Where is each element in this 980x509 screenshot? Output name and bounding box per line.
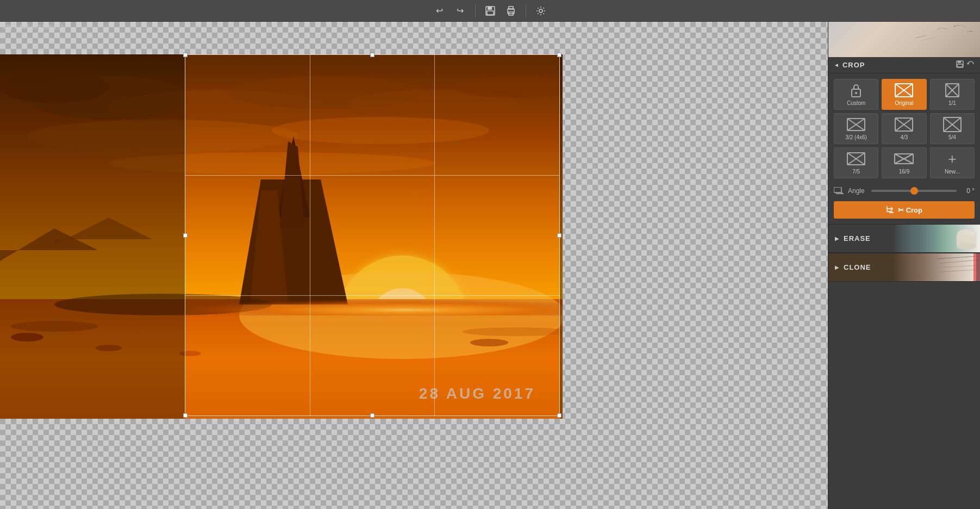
ratio-btn-4-3[interactable]: 4/3 [882, 113, 926, 144]
ratio-btn-custom[interactable]: Custom [834, 79, 878, 110]
crop-panel-triangle: ◄ [834, 62, 839, 68]
svg-rect-41 [957, 64, 963, 67]
clone-section[interactable]: ▶ CLONE [828, 253, 980, 282]
ratio-5-4-icon [942, 117, 962, 132]
ratio-4-3-label: 4/3 [901, 134, 908, 140]
ratio-new-label: New... [945, 169, 960, 175]
crop-panel-header[interactable]: ◄ CROP [828, 57, 980, 73]
svg-rect-35 [0, 54, 563, 419]
save-button[interactable] [482, 3, 498, 19]
angle-icon [834, 187, 844, 195]
crop-apply-label: ✂ Crop [898, 206, 922, 214]
erase-arrow: ▶ [835, 235, 839, 241]
thumbnail-strip [828, 22, 980, 57]
angle-label: Angle [848, 187, 867, 195]
svg-rect-38 [828, 22, 980, 57]
separator-2 [526, 4, 526, 17]
print-button[interactable] [503, 3, 519, 19]
separator-1 [475, 4, 476, 17]
svg-line-37 [920, 37, 937, 41]
canvas-area: 538 × 344 px | 269:172 [0, 22, 828, 509]
toolbar: ↩ ↪ [0, 0, 980, 22]
ratio-1-1-icon [942, 83, 962, 98]
crop-reset-icon[interactable] [967, 60, 975, 70]
svg-line-36 [915, 35, 926, 38]
settings-button[interactable] [533, 3, 549, 19]
panel-scroll: Custom Original [828, 73, 980, 509]
date-watermark: 28 AUG 2017 [419, 385, 535, 402]
main-area: 538 × 344 px | 269:172 [0, 22, 980, 509]
crop-panel-title: CROP [842, 61, 953, 69]
svg-rect-2 [487, 11, 494, 15]
ratio-btn-7-5[interactable]: 7/5 [834, 147, 878, 178]
ratio-btn-16-9[interactable]: 16/9 [882, 147, 926, 178]
original-label: Original [895, 100, 913, 106]
ratio-btn-3-2[interactable]: 3/2 (4x6) [834, 113, 878, 144]
undo-button[interactable]: ↩ [432, 3, 448, 19]
clone-label: CLONE [844, 263, 973, 271]
ratio-4-3-icon [894, 117, 914, 132]
ratio-new-icon: + [942, 151, 962, 166]
ratio-5-4-label: 5/4 [948, 134, 956, 140]
svg-rect-80 [976, 253, 980, 281]
clone-arrow: ▶ [835, 264, 839, 270]
svg-rect-65 [834, 187, 841, 193]
svg-point-6 [539, 9, 542, 13]
ratio-7-5-label: 7/5 [852, 169, 860, 175]
svg-point-43 [855, 92, 857, 94]
photo-image [0, 54, 563, 419]
erase-section[interactable]: ▶ ERASE [828, 225, 980, 253]
ratio-btn-new[interactable]: + New... [930, 147, 975, 178]
right-panel: ◄ CROP [828, 22, 980, 509]
crop-button-section: ✂ Crop [828, 198, 980, 224]
ratio-btn-original[interactable]: Original [882, 79, 926, 110]
angle-value: 0 ° [961, 187, 975, 195]
ratio-1-1-label: 1/1 [948, 100, 956, 106]
custom-label: Custom [847, 100, 865, 106]
ratio-7-5-icon [846, 151, 866, 166]
angle-section: Angle 0 ° [828, 184, 980, 198]
redo-button[interactable]: ↪ [452, 3, 469, 19]
custom-ratio-icon [846, 83, 866, 98]
ratio-16-9-label: 16/9 [899, 169, 909, 175]
ratio-16-9-icon [894, 151, 914, 166]
svg-rect-40 [958, 61, 961, 63]
svg-rect-4 [509, 7, 513, 9]
erase-label: ERASE [844, 234, 973, 243]
svg-point-73 [957, 243, 976, 250]
photo-canvas: 28 AUG 2017 [0, 54, 563, 419]
image-info: 538 × 344 px | 269:172 [2, 24, 64, 30]
crop-save-icon[interactable] [956, 60, 964, 70]
original-ratio-icon [894, 83, 914, 98]
svg-rect-1 [488, 7, 492, 10]
angle-slider[interactable] [871, 190, 957, 192]
ratio-grid: Custom Original [828, 73, 980, 184]
crop-panel-icons [956, 60, 975, 70]
crop-apply-button[interactable]: ✂ Crop [834, 201, 975, 219]
ratio-3-2-label: 3/2 (4x6) [845, 134, 866, 140]
ratio-3-2-icon [846, 117, 866, 132]
ratio-btn-1-1[interactable]: 1/1 [930, 79, 975, 110]
ratio-btn-5-4[interactable]: 5/4 [930, 113, 975, 144]
